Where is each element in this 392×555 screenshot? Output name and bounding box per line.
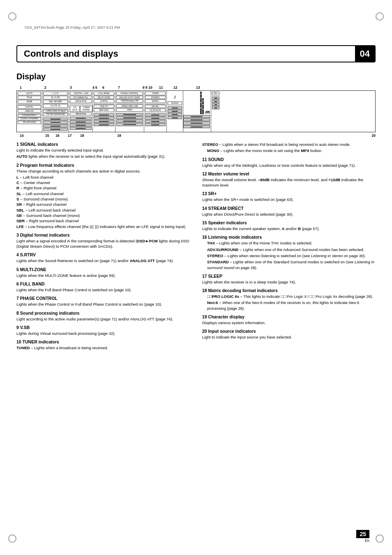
- desc-20: 20 Input source indicators Light to indi…: [202, 329, 376, 340]
- list-item: SB – Surround back channel (mono): [16, 213, 190, 218]
- display-diagram: 1 2 3 4 5 6 7 8 9 10 11 12 13 AUTO PCM H…: [16, 85, 376, 138]
- desc-5: 5 MULTI-ZONE Lights when the MULTI-ZONE …: [16, 267, 190, 278]
- seg-tuned-sound: TUNED STEREO MONO XM SR+ [1] [2] [3] [4]…: [144, 91, 167, 132]
- main-content: Display 1 2 3 4 5 6 7 8 9 10 11 12 13 AU…: [16, 68, 376, 530]
- header-bar: Controls and displays 04: [16, 45, 376, 62]
- header-title: Controls and displays: [17, 48, 355, 59]
- chapter-badge: 04: [355, 46, 375, 62]
- page-footer: 25 En: [356, 530, 369, 543]
- desc-15: 15 Speaker indicators Lights to indicate…: [202, 220, 376, 231]
- list-item: L – Left front channel: [16, 175, 190, 180]
- seg-volume: dB ■■■■■■■■■■■■ ■■■■■■■■■■■■ ■■■■■■■■■■■…: [183, 91, 211, 132]
- desc-19: 19 Character display Displays various sy…: [202, 314, 376, 325]
- left-column: 1 SIGNAL indicators Light to indicate th…: [16, 142, 190, 354]
- desc-9: 9 V.SB Lights during Virtual surround ba…: [16, 325, 190, 336]
- desc-1: 1 SIGNAL indicators Light to indicate th…: [16, 142, 190, 159]
- page-lang: En: [356, 539, 369, 543]
- desc-14: 14 STREAM DIRECT Lights when Direct/Pure…: [202, 206, 376, 217]
- list-item: SR – Right surround channel: [16, 202, 190, 207]
- desc-tuner-cont: STEREO – Lights when a stereo FM broadca…: [202, 142, 376, 154]
- diagram-body: AUTO PCM HDMI DIGITAL ANALOG STREAM DIRE…: [16, 90, 376, 132]
- list-item: SBR – Right surround back channel: [16, 218, 190, 223]
- desc-4: 4 S.RTRV Lights when the Sound Retriever…: [16, 252, 190, 263]
- diagram-top-labels: 1 2 3 4 5 6 7 8 9 10 11 12 13: [16, 85, 376, 90]
- desc-18: 18 Matrix decoding format indicators □□P…: [202, 288, 376, 311]
- seg-phase-dnr: PHASE CONTROL DIALOG E ATT OVER Hi-Bit/S…: [115, 91, 144, 132]
- diagram-bottom-labels: 14 15 16 17 18 19 20: [16, 134, 376, 138]
- corner-br: [376, 534, 384, 543]
- seg-sound-vol: ♪ SOUND ■■■■■■ ■■■■■■ ■■■■■■ ■■■■■■: [167, 91, 183, 132]
- desc-16: 16 Listening mode indicators THX – Light…: [202, 235, 376, 270]
- corner-bl: [8, 534, 16, 543]
- desc-6: 6 FULL BAND Lights when the Full Band Ph…: [16, 281, 190, 292]
- list-item: SL – Left surround channel: [16, 191, 190, 196]
- seg-digital: □DIGITAL □□HD DTS WMA9 Pro DSD►PCM COCD-…: [69, 91, 93, 132]
- list-item: C – Center channel: [16, 180, 190, 185]
- desc-7: 7 PHASE CONTROL Lights when the Phase Co…: [16, 296, 190, 307]
- seg-channels: L C R SL S SR SBL SB SBR ((( LFE ))) □□P…: [42, 91, 69, 132]
- corner-tr: [376, 12, 384, 21]
- desc-12: 12 Master volume level Shows the overall…: [202, 171, 376, 188]
- file-info: VSX_94TXH.book Page 25 Friday, April 27,…: [25, 25, 120, 30]
- desc-8: 8 Sound processing indicators Light acco…: [16, 311, 190, 322]
- desc-3: 3 Digital format indicators Light when a…: [16, 233, 190, 249]
- desc-2: 2 Program format indicators These change…: [16, 163, 190, 229]
- seg-sr-plus: SR+ ■■■ ■■■ ■■■ ■■■: [211, 91, 220, 132]
- desc-17: 17 SLEEP Lights when the receiver is in …: [202, 274, 376, 285]
- desc-11: 11 SOUND Lights when any of the Midnight…: [202, 157, 376, 168]
- list-item: R – Right front channel: [16, 185, 190, 191]
- list-item: SBL – Left surround back channel: [16, 207, 190, 213]
- section-title: Display: [16, 72, 376, 81]
- desc-10: 10 TUNER indicators TUNED – Lights when …: [16, 339, 190, 350]
- list-item: LFE – Low frequency effects channel (the…: [16, 224, 190, 229]
- seg-srtv-multizone: FULL BAND MULTI-ZONE S.RTRV DVD TV BDP D…: [93, 91, 115, 132]
- seg-signal: AUTO PCM HDMI DIGITAL ANALOG STREAM DIRE…: [17, 91, 42, 132]
- list-item: S – Surround channel (mono): [16, 196, 190, 202]
- right-column: STEREO – Lights when a stereo FM broadca…: [202, 142, 376, 354]
- corner-tl: [8, 12, 16, 21]
- description-columns: 1 SIGNAL indicators Light to indicate th…: [16, 142, 376, 354]
- page-number: 25: [356, 530, 369, 538]
- desc-13: 13 SR+ Lights when the SR+ mode is switc…: [202, 191, 376, 202]
